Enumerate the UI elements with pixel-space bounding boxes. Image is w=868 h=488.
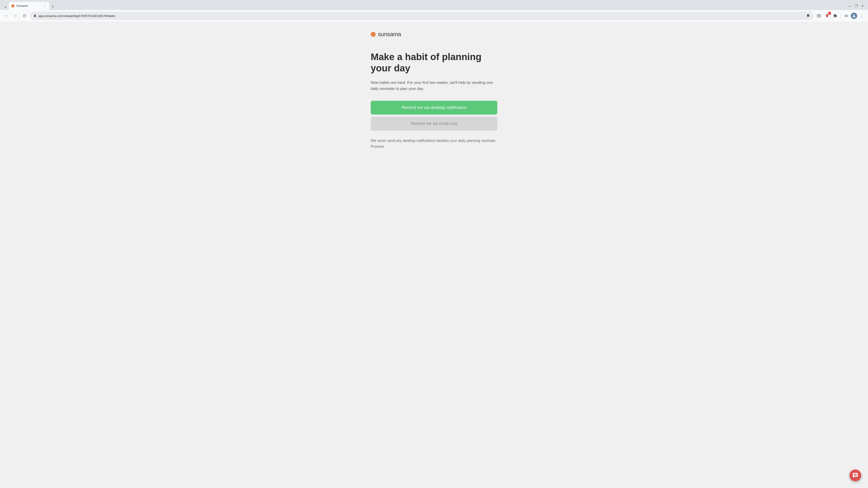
page-description: New habits are hard. For your first two … — [371, 79, 497, 92]
tab-bar: ▾ Sunsama × + — [3, 2, 846, 10]
close-btn[interactable]: ✕ — [860, 3, 865, 8]
maximize-btn[interactable]: ❐ — [854, 3, 859, 8]
tab-dropdown-btn[interactable]: ▾ — [3, 4, 8, 10]
tab-close-btn[interactable]: × — [43, 4, 46, 8]
extensions-btn[interactable] — [832, 12, 839, 20]
window-controls: — ❐ ✕ — [847, 3, 865, 8]
logo-dot — [371, 32, 376, 37]
logo-container: sunsama — [371, 31, 401, 38]
sidebar-toggle-btn[interactable] — [843, 12, 850, 20]
active-tab[interactable]: Sunsama × — [8, 2, 49, 10]
extension-btn[interactable]: 1 — [824, 12, 831, 20]
footer-note: We never send any desktop notifications … — [371, 138, 497, 149]
lock-icon — [33, 14, 37, 18]
nav-actions: 1 ⋮ — [815, 12, 865, 20]
extension-badge-count: 1 — [828, 12, 831, 15]
profile-avatar[interactable] — [851, 13, 857, 19]
browser-titlebar: ▾ Sunsama × + — ❐ ✕ — [0, 0, 868, 10]
logo-text: sunsama — [378, 31, 401, 38]
navigation-bar: app.sunsama.com/onboarding/1702570104013… — [0, 10, 868, 22]
email-only-btn[interactable]: Remind me via email only — [371, 117, 497, 131]
address-text: app.sunsama.com/onboarding/1702570104013… — [38, 14, 804, 18]
page-heading: Make a habit of planning your day — [371, 51, 497, 74]
back-btn — [3, 12, 10, 20]
forward-btn — [12, 12, 19, 20]
screencast-btn[interactable] — [815, 12, 823, 20]
page-content: sunsama Make a habit of planning your da… — [0, 22, 868, 488]
reload-btn[interactable] — [21, 12, 28, 20]
desktop-notification-btn[interactable]: Remind me via desktop notification — [371, 101, 497, 115]
bookmark-icon[interactable] — [806, 14, 810, 18]
minimize-btn[interactable]: — — [847, 3, 852, 8]
nav-divider — [841, 13, 841, 18]
tab-favicon — [11, 4, 14, 7]
browser-chrome: ▾ Sunsama × + — ❐ ✕ — [0, 0, 868, 22]
tab-title: Sunsama — [16, 4, 41, 7]
main-card: Make a habit of planning your day New ha… — [371, 51, 497, 149]
chat-widget-btn[interactable] — [849, 469, 861, 481]
new-tab-btn[interactable]: + — [50, 4, 56, 10]
browser-menu-btn[interactable]: ⋮ — [858, 12, 865, 20]
address-bar[interactable]: app.sunsama.com/onboarding/1702570104013… — [30, 12, 813, 20]
